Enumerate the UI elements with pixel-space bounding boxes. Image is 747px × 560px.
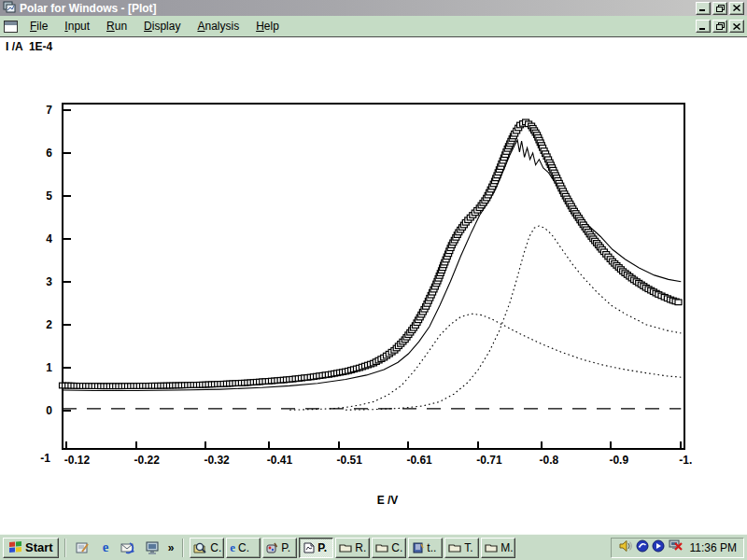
volume-icon[interactable]: [618, 539, 633, 555]
task-button-notebook[interactable]: t..: [408, 538, 443, 558]
svg-text:6: 6: [46, 147, 52, 160]
notebook-icon: [412, 542, 424, 553]
svg-text:-0.51: -0.51: [337, 454, 363, 467]
folder-icon: [448, 542, 461, 553]
plot-canvas: 01234567-1-0.12-0.22-0.32-0.41-0.51-0.61…: [0, 37, 747, 534]
minimize-button[interactable]: [696, 2, 711, 15]
folder-icon: [375, 542, 388, 553]
restore-button[interactable]: [712, 2, 727, 15]
system-tray: 11:36 PM: [611, 538, 744, 558]
mdi-minimize-button[interactable]: [696, 20, 711, 33]
menu-bar: File Input Run Display Analysis Help: [0, 16, 747, 37]
svg-text:-0.32: -0.32: [204, 454, 230, 467]
plot-document-icon[interactable]: [4, 21, 18, 33]
window-titlebar[interactable]: Polar for Windows - [Plot]: [0, 0, 747, 16]
task-button-m[interactable]: M.: [481, 538, 515, 558]
windows-logo-icon: [8, 540, 22, 555]
menu-file[interactable]: File: [21, 17, 56, 35]
mdi-restore-button[interactable]: [712, 20, 727, 33]
svg-text:-0.61: -0.61: [406, 454, 432, 467]
task-button-search-results[interactable]: C.: [190, 538, 224, 558]
taskbar-separator: [182, 539, 184, 557]
svg-text:5: 5: [46, 189, 52, 203]
svg-text:-0.9: -0.9: [609, 454, 628, 467]
svg-text:2: 2: [46, 318, 52, 331]
internet-explorer-icon: e: [230, 541, 235, 553]
search-icon: [193, 541, 207, 553]
svg-text:-0.8: -0.8: [540, 454, 559, 467]
paint-icon: [266, 542, 278, 553]
show-desktop-icon[interactable]: [72, 538, 93, 558]
taskbar: Start e » C. e C. P. P. R. C. t..: [0, 534, 747, 560]
outlook-express-icon[interactable]: [119, 538, 140, 558]
menu-run[interactable]: Run: [98, 17, 135, 35]
task-button-polar-plot[interactable]: P.: [299, 538, 333, 558]
task-button-paint[interactable]: P.: [262, 538, 297, 558]
polar-window-icon: [303, 542, 315, 553]
app-icon: [3, 0, 16, 17]
svg-text:-0.71: -0.71: [476, 454, 502, 467]
taskbar-separator: [64, 539, 66, 557]
menu-display[interactable]: Display: [135, 17, 189, 35]
task-button-t[interactable]: T.: [444, 538, 479, 558]
menu-help[interactable]: Help: [247, 17, 288, 35]
display-monitor-icon[interactable]: [142, 538, 163, 558]
svg-text:0: 0: [46, 404, 52, 417]
quick-launch-overflow-chevron[interactable]: »: [165, 541, 177, 554]
svg-text:3: 3: [46, 275, 52, 288]
start-label: Start: [25, 540, 53, 554]
plot-client-area: I /A 1E-4 01234567-1-0.12-0.22-0.32-0.41…: [0, 37, 747, 534]
menu-input[interactable]: Input: [56, 17, 98, 35]
menu-analysis[interactable]: Analysis: [189, 17, 247, 35]
network-offline-icon[interactable]: [668, 539, 683, 556]
svg-text:1: 1: [46, 361, 52, 374]
task-button-r[interactable]: R.: [335, 538, 370, 558]
folder-icon: [339, 542, 352, 553]
close-button[interactable]: [729, 2, 744, 15]
media-player-icon[interactable]: [636, 539, 649, 555]
task-button-c[interactable]: C.: [372, 538, 406, 558]
svg-text:-0.22: -0.22: [134, 454, 161, 467]
svg-text:-1: -1: [40, 452, 50, 465]
folder-icon: [485, 542, 498, 553]
task-button-internet-explorer[interactable]: e C.: [226, 538, 261, 558]
clock[interactable]: 11:36 PM: [690, 541, 737, 554]
svg-text:-1.: -1.: [679, 454, 692, 467]
svg-text:-0.41: -0.41: [267, 454, 293, 467]
mdi-close-button[interactable]: [729, 20, 744, 33]
x-axis-title: E /V: [345, 494, 430, 507]
start-button[interactable]: Start: [3, 538, 59, 558]
svg-text:-0.12: -0.12: [64, 454, 91, 467]
svg-text:4: 4: [46, 232, 52, 245]
internet-explorer-icon[interactable]: e: [95, 538, 117, 558]
window-title: Polar for Windows - [Plot]: [20, 2, 157, 15]
media-player-2-icon[interactable]: [652, 539, 665, 555]
svg-text:7: 7: [46, 104, 52, 117]
